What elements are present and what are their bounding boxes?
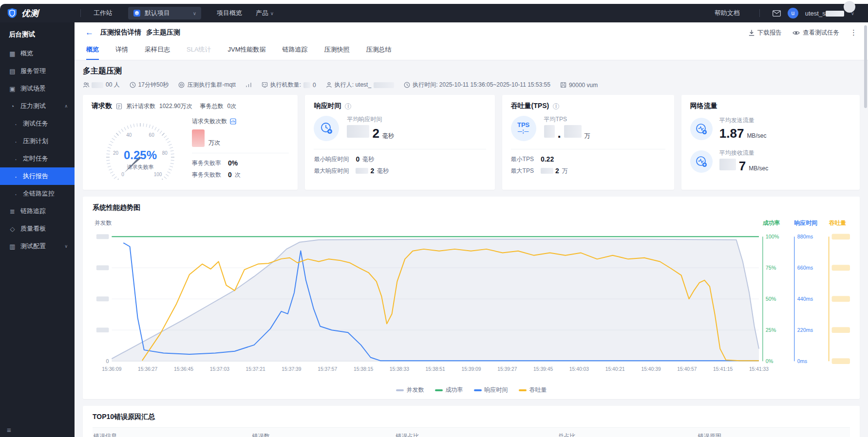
- divider: [511, 149, 665, 149]
- tab-压测快照[interactable]: 压测快照: [324, 45, 350, 60]
- sidebar-item-label: 概览: [20, 49, 33, 58]
- tab-详情[interactable]: 详情: [115, 45, 128, 60]
- chart-title: 系统性能趋势图: [93, 203, 850, 212]
- download-report-button[interactable]: 下载报告: [749, 29, 782, 37]
- sidebar-item-质量看板[interactable]: ◇质量看板: [0, 220, 75, 237]
- performance-trend-chart[interactable]: 0并发数成功率0%25%50%75%100%响应时间0ms220ms440ms6…: [93, 215, 850, 385]
- svg-text:0: 0: [121, 172, 124, 177]
- svg-text:0: 0: [106, 358, 109, 364]
- nav-project-overview[interactable]: 项目概览: [210, 9, 249, 18]
- sidebar-item-压测计划[interactable]: ·压测计划: [0, 132, 75, 150]
- nav-workstation[interactable]: 工作站: [87, 9, 119, 18]
- legend-并发数[interactable]: 并发数: [396, 386, 424, 394]
- bullet-icon: ·: [15, 120, 19, 128]
- divider: [314, 149, 486, 149]
- sidebar-item-定时任务[interactable]: ·定时任务: [0, 150, 75, 167]
- grid-icon: ▦: [9, 50, 16, 57]
- svg-text:15:38:15: 15:38:15: [354, 366, 373, 372]
- svg-text:0%: 0%: [766, 358, 774, 364]
- sidebar-item-测试场景[interactable]: ▣测试场景: [0, 80, 75, 97]
- browser-top-strip: [0, 0, 868, 4]
- svg-text:100%: 100%: [766, 234, 779, 239]
- legend-吞吐量[interactable]: 吞吐量: [519, 386, 547, 394]
- sidebar-item-全链路监控[interactable]: ·全链路监控: [0, 185, 75, 202]
- sidebar-item-服务管理[interactable]: ▤服务管理: [0, 62, 75, 80]
- legend-swatch: [435, 389, 443, 391]
- svg-text:15:40:57: 15:40:57: [677, 366, 697, 372]
- tab-概览[interactable]: 概览: [86, 45, 99, 60]
- receive-traffic-value: 7 MB/sec: [719, 159, 768, 174]
- chevron-down-icon: ∨: [64, 244, 68, 249]
- txn-total-value: 0次: [227, 102, 236, 110]
- legend-响应时间[interactable]: 响应时间: [474, 386, 508, 394]
- bullet-icon: ·: [15, 137, 19, 146]
- tab-压测总结[interactable]: 压测总结: [366, 45, 392, 60]
- sidebar-item-概览[interactable]: ▦概览: [0, 45, 75, 62]
- gauge-icon: ◔: [9, 103, 16, 110]
- redacted-digits: [541, 168, 553, 174]
- card-network: 网络流量 平均发送流量: [681, 95, 860, 190]
- sidebar-item-测试任务[interactable]: ·测试任务: [0, 115, 75, 132]
- meta-save: 90000 vum: [560, 82, 598, 89]
- redacted-text: [303, 82, 310, 88]
- txn-total-label: 事务总数: [200, 102, 223, 110]
- network-card-title: 网络流量: [690, 102, 717, 110]
- svg-text:15:40:39: 15:40:39: [641, 366, 660, 372]
- svg-text:吞吐量: 吞吐量: [829, 219, 847, 226]
- sidebar-collapse-icon[interactable]: ≡: [7, 426, 11, 434]
- min-response-label: 最小响应时间: [314, 155, 349, 164]
- user-avatar[interactable]: u: [788, 8, 798, 18]
- svg-text:15:39:09: 15:39:09: [461, 366, 481, 372]
- top10-col-总占比: 总占比: [558, 432, 698, 437]
- project-selector[interactable]: 默认项目 ∨: [128, 7, 201, 19]
- bullet-icon: ·: [15, 155, 19, 163]
- txn-fail-count-value: 0: [228, 171, 232, 179]
- svg-text:并发数: 并发数: [94, 219, 112, 226]
- tab-JVM性能数据[interactable]: JVM性能数据: [228, 45, 266, 60]
- svg-text:15:40:03: 15:40:03: [569, 366, 589, 372]
- tab-采样日志[interactable]: 采样日志: [145, 45, 170, 60]
- total-requests-value: 1022.90万次: [159, 102, 192, 110]
- nav-products[interactable]: 产品 ∨: [249, 9, 281, 18]
- txn-fail-rate-label: 事务失败率: [192, 159, 221, 167]
- svg-text:50%: 50%: [766, 296, 776, 302]
- avg-tps-value: . 万: [544, 125, 590, 141]
- save-icon: [560, 82, 566, 88]
- mail-icon[interactable]: [773, 10, 781, 17]
- info-icon[interactable]: i: [345, 103, 351, 109]
- username[interactable]: utest_s: [805, 10, 844, 17]
- app-logo[interactable]: 优测: [0, 8, 75, 19]
- max-tps-label: 最大TPS: [511, 167, 534, 175]
- sidebar-item-label: 压测计划: [23, 137, 48, 146]
- tab-链路追踪[interactable]: 链路追踪: [283, 45, 308, 60]
- sidebar-item-压力测试[interactable]: ◔压力测试∧: [0, 97, 75, 115]
- svg-text:220ms: 220ms: [797, 327, 813, 333]
- svg-text:660ms: 660ms: [797, 265, 813, 271]
- sidebar-item-测试配置[interactable]: ▥测试配置∨: [0, 237, 75, 255]
- chart-link-icon[interactable]: [230, 118, 236, 125]
- tab-SLA统计: SLA统计: [187, 45, 211, 60]
- back-arrow-icon[interactable]: ←: [85, 28, 94, 37]
- view-task-button[interactable]: 查看测试任务: [793, 29, 839, 37]
- receive-traffic-icon: [690, 150, 713, 173]
- chart-legend: 并发数成功率响应时间吞吐量: [93, 386, 850, 394]
- page-scrollbar[interactable]: [864, 25, 867, 434]
- fail-count-unit: 万次: [208, 139, 220, 147]
- sidebar-item-执行报告[interactable]: ·执行报告: [0, 167, 75, 185]
- performance-trend-card: 系统性能趋势图 0并发数成功率0%25%50%75%100%响应时间0ms220…: [83, 197, 860, 399]
- card-tps: 吞吐量(TPS) i TPS—¦— 平均TPS .: [502, 95, 674, 190]
- legend-成功率[interactable]: 成功率: [435, 386, 463, 394]
- avg-response-label: 平均响应时间: [347, 115, 394, 124]
- sidebar: 后台测试 ▦概览▤服务管理▣测试场景◔压力测试∧·测试任务·压测计划·定时任务·…: [0, 22, 75, 437]
- report-header: ← 压测报告详情 多主题压测 下载报告 查看测试任务: [75, 22, 868, 43]
- svg-text:15:41:15: 15:41:15: [713, 366, 733, 372]
- svg-text:440ms: 440ms: [797, 296, 813, 302]
- more-menu-icon[interactable]: ⋮: [850, 28, 857, 37]
- sidebar-item-链路追踪[interactable]: ≣链路追踪: [0, 202, 75, 220]
- info-icon[interactable]: i: [553, 103, 559, 109]
- tps-metric-icon: TPS—¦—: [511, 116, 536, 141]
- redacted-digits: [347, 125, 369, 138]
- clock-icon: [130, 82, 136, 88]
- page-title: 多主题压测: [83, 66, 860, 76]
- nav-help-docs[interactable]: 帮助文档: [708, 9, 747, 18]
